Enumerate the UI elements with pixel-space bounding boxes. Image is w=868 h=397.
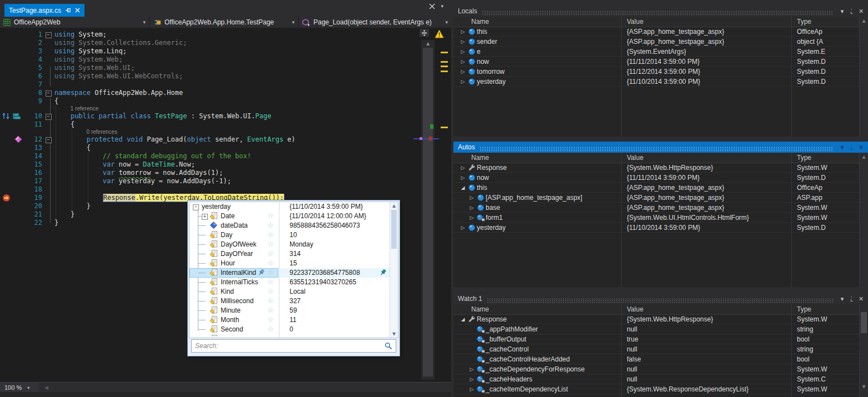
split-window-handle[interactable] xyxy=(420,29,429,37)
datatip-row[interactable]: +Date☆{11/10/2014 12:00:00 AM} xyxy=(189,212,398,221)
expand-expander-icon[interactable]: ▷ xyxy=(468,366,476,372)
close-icon[interactable]: ✕ xyxy=(856,144,866,151)
expand-expander-icon[interactable]: ▷ xyxy=(468,215,476,220)
scroll-down-icon[interactable]: ▼ xyxy=(860,384,868,389)
code-line[interactable]: 13 { xyxy=(0,144,422,152)
fold-toggle[interactable]: − xyxy=(46,114,52,120)
column-divider[interactable] xyxy=(791,304,792,397)
variable-row[interactable]: ▷tomorrow{11/12/2014 3:59:00 PM}System.D xyxy=(453,67,860,77)
variable-row[interactable]: ▷[ASP.app_home_testpage_aspx]{ASP.app_ho… xyxy=(453,193,860,203)
favorite-star-icon[interactable]: ☆ xyxy=(267,297,274,305)
variable-row[interactable]: ▷base{ASP.app_home_testpage_aspx}System.… xyxy=(453,203,860,213)
scrollbar-thumb[interactable] xyxy=(861,312,867,333)
variable-row[interactable]: ▷form1{System.Web.UI.HtmlControls.HtmlFo… xyxy=(453,213,860,223)
type-dropdown[interactable]: OfficeApp2Web.App.Home.TestPage ▾ xyxy=(150,17,298,28)
autos-title-bar[interactable]: Autos ▾ ⌞̇ ✕ xyxy=(453,142,868,153)
variable-row[interactable]: ▷yesterday{11/10/2014 3:59:00 PM}System.… xyxy=(453,77,860,87)
collapse-expander-icon[interactable]: ◢ xyxy=(459,316,467,322)
code-line[interactable]: 7 xyxy=(0,81,422,89)
column-divider[interactable] xyxy=(621,304,622,397)
favorite-star-icon[interactable]: ☆ xyxy=(267,287,274,295)
collapse-expander-icon[interactable]: ◢ xyxy=(459,185,467,190)
variable-row[interactable]: _bufferOutputtruebool xyxy=(453,334,860,344)
scroll-up-icon[interactable]: ▲ xyxy=(390,203,398,208)
scroll-left-icon[interactable]: ◀ xyxy=(44,385,48,390)
datatip-row[interactable]: Second☆0 xyxy=(189,325,398,334)
codelens-references[interactable]: 1 reference xyxy=(0,105,422,112)
datatip-row[interactable]: DayOfYear☆314 xyxy=(189,249,398,259)
column-header-type[interactable]: Type xyxy=(791,154,868,162)
breakpoint-icon[interactable] xyxy=(2,194,11,202)
panel-scrollbar[interactable]: ▲ xyxy=(859,17,868,137)
tracepoint-icon[interactable] xyxy=(14,135,22,143)
datatip-row[interactable]: DayOfWeek☆Monday xyxy=(189,240,398,249)
zoom-dropdown[interactable]: 100 % ▾ xyxy=(0,383,39,393)
favorite-star-icon[interactable]: ☆ xyxy=(267,278,274,286)
expand-expander-icon[interactable]: ▷ xyxy=(459,175,467,180)
favorite-star-icon[interactable]: ☆ xyxy=(267,240,274,248)
favorite-star-icon[interactable]: ☆ xyxy=(267,315,274,324)
expand-expander-icon[interactable]: ▷ xyxy=(468,195,476,200)
fold-toggle[interactable]: − xyxy=(46,137,52,143)
code-line[interactable]: 6using System.Web.UI.WebControls; xyxy=(0,72,422,81)
datatip-row[interactable]: Kind☆Local xyxy=(189,287,398,297)
window-list-caret-icon[interactable]: ▾ xyxy=(441,3,443,9)
favorite-star-icon[interactable]: ☆ xyxy=(267,212,274,220)
variable-row[interactable]: ◢Response{System.Web.HttpResponse}System… xyxy=(453,314,860,324)
search-icon[interactable] xyxy=(385,342,392,350)
column-header-value[interactable]: Value xyxy=(621,154,791,162)
datatip-row[interactable]: −yesterday{11/10/2014 3:59:00 PM} xyxy=(189,202,398,212)
datatip-scrollbar[interactable]: ▲ ▼ xyxy=(390,202,398,338)
pin-icon[interactable]: ⌞̇ xyxy=(847,295,856,303)
fold-toggle[interactable]: − xyxy=(46,32,52,38)
variable-row[interactable]: ▷sender{ASP.app_home_testpage_aspx}objec… xyxy=(453,37,860,47)
panel-scrollbar[interactable]: ▲ xyxy=(859,153,868,287)
pin-icon[interactable]: ⌞̇ xyxy=(847,8,856,15)
scroll-up-icon[interactable]: ▲ xyxy=(860,18,868,23)
favorite-star-icon[interactable]: ☆ xyxy=(267,249,274,258)
variable-row[interactable]: _cacheControlHeaderAddedfalsebool xyxy=(453,354,860,364)
pin-icon[interactable] xyxy=(65,7,71,13)
datatip-row[interactable]: InternalKind☆9223372036854775808 xyxy=(189,268,398,278)
navigate-icon[interactable] xyxy=(1,112,22,120)
codelens-references[interactable]: 0 references xyxy=(0,129,422,135)
column-divider[interactable] xyxy=(791,153,792,287)
code-line[interactable]: 14 // standard debugging out of the box! xyxy=(0,152,422,160)
expand-expander-icon[interactable]: ▷ xyxy=(459,59,467,64)
favorite-star-icon[interactable]: ☆ xyxy=(267,306,274,314)
expand-expander-icon[interactable]: ▷ xyxy=(459,165,467,170)
column-header-value[interactable]: Value xyxy=(621,305,791,313)
favorite-star-icon[interactable]: ☆ xyxy=(267,325,274,333)
scroll-up-icon[interactable]: ▲ xyxy=(860,154,868,159)
expand-expander-icon[interactable]: ▷ xyxy=(459,79,467,84)
expand-expander-icon[interactable]: ▷ xyxy=(459,29,467,34)
expand-expander-icon[interactable]: ▷ xyxy=(468,205,476,210)
variable-row[interactable]: _appPathModifiernullstring xyxy=(453,324,860,334)
scrollbar-thumb[interactable] xyxy=(391,210,397,249)
fold-toggle[interactable]: − xyxy=(46,91,52,97)
datatip-row[interactable] xyxy=(189,334,398,336)
variable-row[interactable]: _cacheControlnullstring xyxy=(453,344,860,354)
code-line[interactable]: 4using System.Web; xyxy=(0,56,422,64)
code-line[interactable]: 16 var tomorrow = now.AddDays(1); xyxy=(0,169,422,177)
code-line[interactable]: 8−namespace OfficeApp2Web.App.Home xyxy=(0,89,422,97)
favorite-star-icon[interactable]: ☆ xyxy=(267,221,274,229)
code-line[interactable]: 12− protected void Page_Load(object send… xyxy=(0,135,422,144)
member-dropdown[interactable]: Page_Load(object sender, EventArgs e) ▾ xyxy=(299,17,451,28)
expand-box-icon[interactable]: + xyxy=(202,214,208,220)
datatip-row[interactable]: dateData☆9858884356258046073 xyxy=(189,221,398,230)
code-line[interactable]: 17 var yesterday = now.AddDays(-1); xyxy=(0,177,422,185)
column-header-name[interactable]: Name xyxy=(453,18,621,26)
datatip-row[interactable]: Millisecond☆327 xyxy=(189,297,398,306)
column-header-type[interactable]: Type xyxy=(791,18,868,26)
column-header-value[interactable]: Value xyxy=(621,18,791,26)
column-divider[interactable] xyxy=(621,153,622,287)
datatip-row[interactable]: Hour☆15 xyxy=(189,259,398,268)
project-dropdown[interactable]: OfficeApp2Web ▾ xyxy=(0,17,149,28)
expand-expander-icon[interactable]: ▷ xyxy=(468,376,476,382)
code-line[interactable]: 15 var now = DateTime.Now; xyxy=(0,160,422,169)
code-line[interactable]: 9{ xyxy=(0,97,422,105)
window-position-icon[interactable]: ▾ xyxy=(837,144,847,151)
scroll-down-icon[interactable]: ▼ xyxy=(390,331,398,336)
variable-row[interactable]: ◢this{ASP.app_home_testpage_aspx}OfficeA… xyxy=(453,183,860,193)
